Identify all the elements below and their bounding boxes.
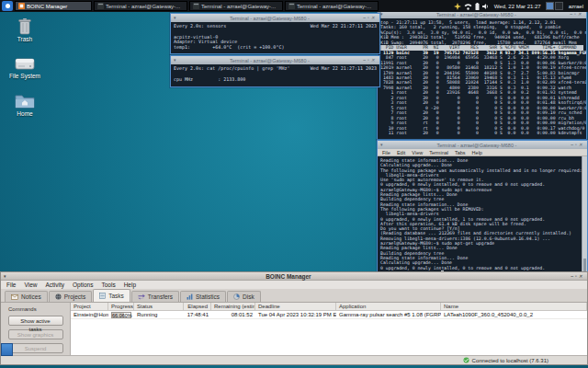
menu-tabs[interactable]: Tabs (455, 150, 466, 155)
scrollbar[interactable] (582, 156, 587, 284)
home-folder-icon (15, 93, 35, 109)
task-project: Einstein@Home (71, 311, 108, 318)
top-column-header: PID USER PR NI VIRT RES SHR S %CPU %MEM … (380, 45, 583, 50)
commands-panel-title: Commands (1, 306, 70, 312)
taskbar-window-terminal-2[interactable]: Terminal - azrael@Gateway-... (189, 1, 283, 11)
top-summary: top - 21:27:11 up 13:58, 5 users, load a… (380, 20, 583, 45)
terminal-menubar: File Edit View Terminal Tabs Help (378, 149, 587, 156)
column-header-status[interactable]: Status (134, 303, 184, 310)
taskbar-window-label: Terminal - azrael@Gateway-... (106, 4, 180, 9)
column-header-deadline[interactable]: Deadline (255, 303, 336, 310)
taskbar-window-label: BOINC Manager (27, 4, 67, 9)
menu-file[interactable]: File (382, 150, 390, 155)
window-menu-icon[interactable]: ▾ (380, 143, 383, 147)
taskbar-window-terminal-1[interactable]: Terminal - azrael@Gateway-... (94, 1, 187, 11)
tab-projects[interactable]: Projects (49, 291, 92, 302)
close-icon[interactable]: ✕ (371, 15, 377, 20)
volume-icon[interactable] (482, 3, 490, 10)
task-remaining: 08:01:52 (211, 311, 255, 318)
disk-icon (233, 293, 240, 300)
window-titlebar[interactable]: ▾ Terminal - azrael@Gateway-M680 - –▫✕ (171, 14, 379, 22)
watch-command: Every 2.0s: cat /proc/cpuinfo | grep 'MH… (174, 66, 289, 72)
desktop-icon-file-system[interactable]: File System (4, 54, 46, 79)
menu-help[interactable]: Help (124, 282, 136, 288)
menu-file[interactable]: File (6, 282, 16, 288)
window-title: Terminal - azrael@Gateway-M680 - (385, 143, 570, 148)
taskbar-window-boinc[interactable]: BOINC Manager (15, 1, 92, 11)
terminal-content[interactable]: Every 2.0s: cat /proc/cpuinfo | grep 'MH… (171, 64, 379, 86)
menu-edit[interactable]: Edit (397, 150, 405, 155)
show-graphics-button[interactable]: Show graphics (8, 329, 63, 339)
terminal-window-top: ▾ Terminal - azrael@Gateway-M680 - –▫✕ t… (377, 9, 587, 140)
watch-timestamp: Wed Mar 22 21:27:11 2023 (311, 24, 377, 29)
window-titlebar[interactable]: ▾ Terminal - azrael@Gateway-M680 - –▫✕ (378, 141, 587, 149)
terminal-content[interactable]: Every 2.0s: sensors Wed Mar 22 21:27:11 … (171, 22, 379, 53)
close-icon[interactable]: ✕ (371, 57, 377, 63)
table-header-row: Project Progress Status Elapsed Remainin… (71, 303, 587, 311)
transfers-icon (138, 293, 145, 300)
tab-statistics[interactable]: Statistics (180, 291, 226, 302)
window-menu-icon[interactable]: ▾ (380, 12, 383, 17)
menu-view[interactable]: View (412, 150, 423, 155)
tab-disk[interactable]: Disk (227, 291, 261, 302)
workspace-switcher[interactable] (546, 2, 563, 10)
tab-notices[interactable]: Notices (5, 291, 48, 302)
system-tray (454, 3, 490, 10)
desktop-icon-trash[interactable]: Trash (4, 17, 46, 42)
column-header-remaining[interactable]: Remaining (estim... (211, 303, 255, 310)
menu-activity[interactable]: Activity (45, 282, 64, 288)
watch-timestamp: Wed Mar 22 21:27:11 2023 (311, 66, 377, 72)
workspace-1[interactable] (546, 2, 554, 10)
desktop-icon-label: Home (4, 110, 46, 117)
menu-terminal[interactable]: Terminal (429, 150, 448, 155)
column-header-application[interactable]: Application (336, 303, 441, 310)
tab-transfers[interactable]: Transfers (131, 291, 179, 302)
background-window-fragment (1, 343, 13, 356)
task-application: Gamma-ray pulsar search #5 1.08 (FGRPSSE… (336, 311, 441, 318)
column-header-progress[interactable]: Progress (108, 303, 134, 310)
task-status: Running (134, 311, 184, 318)
window-menu-icon[interactable]: ▾ (174, 16, 176, 20)
terminal-content[interactable]: Reading state information... Done Calcul… (378, 156, 587, 284)
suspend-button[interactable]: Suspend (8, 343, 63, 353)
clock[interactable]: Wed, 22 Mar 21:27 (492, 4, 544, 9)
column-header-elapsed[interactable]: Elapsed (184, 303, 211, 310)
window-menu-icon[interactable]: ▾ (4, 273, 6, 279)
show-active-tasks-button[interactable]: Show active tasks (8, 316, 63, 326)
applications-menu-button[interactable] (2, 1, 13, 11)
window-menu-icon[interactable]: ▾ (174, 58, 176, 63)
menu-view[interactable]: View (24, 282, 37, 288)
terminal-icon (288, 3, 295, 9)
window-title: BOINC Manager (8, 273, 570, 280)
task-name: LATeah1090F_360.0_452040_0.0_2 (441, 311, 587, 318)
column-header-name[interactable]: Name (441, 303, 587, 310)
connection-status-text: Connected to localhost (7.6.31) (472, 358, 548, 363)
boinc-manager-window: ▾ BOINC Manager –▫✕ File View Activity O… (0, 271, 588, 365)
tab-tasks[interactable]: Tasks (93, 289, 130, 302)
terminal-window-cpuinfo: ▾ Terminal - azrael@Gateway-M680 - –▫✕ E… (170, 55, 380, 87)
close-icon[interactable]: ✕ (579, 142, 584, 147)
window-titlebar[interactable]: ▾ BOINC Manager –▫✕ (1, 272, 587, 281)
task-deadline: Tue 04 Apr 2023 10:32:19 PM EDT (255, 311, 336, 318)
column-header-project[interactable]: Project (71, 303, 108, 310)
boinc-icon (18, 3, 25, 9)
progress-bar: 66.060% (111, 312, 131, 318)
window-titlebar[interactable]: ▾ Terminal - azrael@Gateway-M680 - –▫✕ (171, 56, 379, 64)
desktop-icon-home[interactable]: Home (4, 93, 46, 117)
taskbar-window-terminal-3[interactable]: Terminal - azrael@Gateway-... (285, 1, 379, 11)
workspace-2[interactable] (555, 2, 563, 10)
task-row[interactable]: Einstein@Home 66.060% Running 17:48:41 0… (71, 311, 587, 319)
desktop-icon-label: Trash (4, 36, 46, 42)
wifi-icon[interactable] (464, 3, 472, 10)
battery-icon[interactable] (475, 3, 480, 10)
terminal-icon (97, 3, 104, 9)
session-user-label[interactable]: azrael (565, 4, 586, 9)
window-title: Terminal - azrael@Gateway-M680 - (178, 16, 362, 21)
menu-help[interactable]: Help (472, 150, 482, 155)
terminal-content[interactable]: top - 21:27:11 up 13:58, 5 users, load a… (378, 18, 586, 139)
menu-options[interactable]: Options (73, 282, 93, 288)
close-icon[interactable]: ✕ (579, 273, 584, 279)
menu-tools[interactable]: Tools (101, 282, 115, 288)
apt-output: Reading state information... Done Calcul… (380, 158, 579, 270)
boinc-tray-icon[interactable] (454, 3, 461, 10)
